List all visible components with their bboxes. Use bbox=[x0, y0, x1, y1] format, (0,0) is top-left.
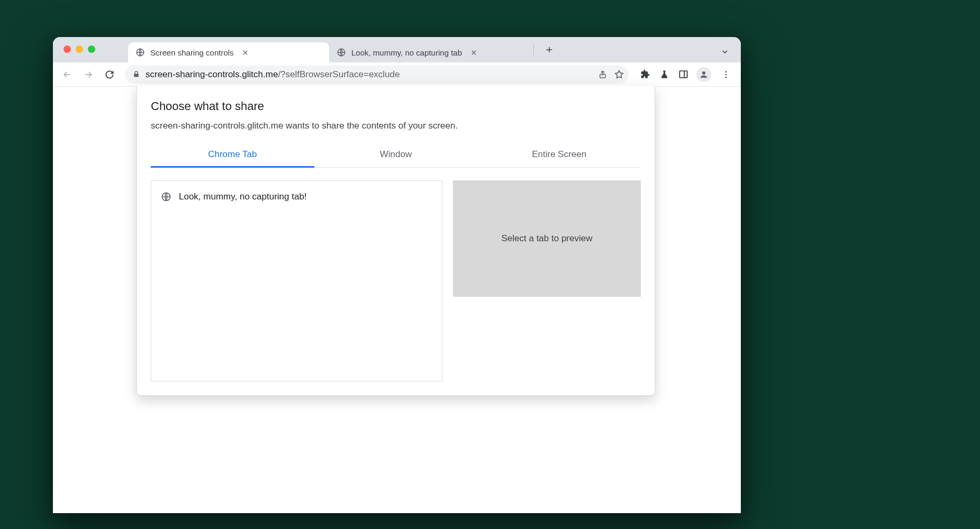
reload-button[interactable] bbox=[101, 66, 119, 84]
shareable-tab-list: Look, mummy, no capturing tab! bbox=[151, 180, 442, 381]
preview-placeholder-text: Select a tab to preview bbox=[502, 233, 593, 244]
tab-strip: Screen sharing controls Look, mummy, no … bbox=[53, 37, 741, 62]
screen-share-dialog: Choose what to share screen-sharing-cont… bbox=[137, 86, 655, 396]
svg-point-7 bbox=[725, 74, 727, 75]
source-tab-entire-screen[interactable]: Entire Screen bbox=[477, 143, 641, 167]
globe-icon bbox=[337, 48, 346, 57]
shareable-tab-title: Look, mummy, no capturing tab! bbox=[179, 191, 307, 202]
profile-avatar[interactable] bbox=[696, 67, 711, 82]
browser-tab-active[interactable]: Screen sharing controls bbox=[128, 42, 329, 62]
tab-title: Look, mummy, no capturing tab bbox=[351, 48, 462, 57]
dialog-subtitle: screen-sharing-controls.glitch.me wants … bbox=[151, 121, 641, 131]
bookmark-star-icon[interactable] bbox=[614, 69, 624, 80]
url-text: screen-sharing-controls.glitch.me/?selfB… bbox=[146, 69, 593, 80]
back-button[interactable] bbox=[58, 66, 76, 84]
svg-rect-2 bbox=[134, 74, 139, 77]
tab-overflow-button[interactable] bbox=[718, 44, 732, 59]
source-tab-chrome-tab[interactable]: Chrome Tab bbox=[151, 143, 314, 167]
page-content: Choose what to share screen-sharing-cont… bbox=[53, 87, 741, 513]
share-icon[interactable] bbox=[598, 70, 607, 79]
new-tab-button[interactable] bbox=[541, 42, 557, 58]
dialog-source-tabs: Chrome Tab Window Entire Screen bbox=[151, 143, 641, 168]
globe-icon bbox=[135, 48, 145, 57]
svg-point-5 bbox=[702, 71, 705, 75]
lock-icon bbox=[132, 70, 140, 78]
close-window-button[interactable] bbox=[63, 45, 71, 53]
svg-point-6 bbox=[725, 71, 727, 72]
maximize-window-button[interactable] bbox=[88, 45, 95, 53]
browser-window: Screen sharing controls Look, mummy, no … bbox=[53, 37, 741, 513]
dialog-body: Look, mummy, no capturing tab! Select a … bbox=[137, 168, 655, 381]
minimize-window-button[interactable] bbox=[76, 45, 83, 53]
tab-close-button[interactable] bbox=[241, 48, 250, 57]
forward-button[interactable] bbox=[79, 66, 97, 84]
url-host: screen-sharing-controls.glitch.me bbox=[146, 69, 278, 79]
labs-flask-icon[interactable] bbox=[658, 69, 670, 80]
svg-point-8 bbox=[725, 76, 727, 78]
extension-icons bbox=[635, 67, 736, 82]
extensions-puzzle-icon[interactable] bbox=[639, 69, 651, 80]
svg-rect-4 bbox=[679, 71, 687, 78]
globe-icon bbox=[161, 191, 171, 202]
tab-title: Screen sharing controls bbox=[150, 48, 234, 57]
toolbar: screen-sharing-controls.glitch.me/?selfB… bbox=[53, 62, 741, 87]
browser-tab[interactable]: Look, mummy, no capturing tab bbox=[329, 42, 530, 62]
tabs-area: Screen sharing controls Look, mummy, no … bbox=[128, 37, 557, 62]
side-panel-icon[interactable] bbox=[677, 69, 689, 80]
tab-separator bbox=[533, 44, 534, 56]
shareable-tab-item[interactable]: Look, mummy, no capturing tab! bbox=[151, 187, 442, 206]
url-path: /?selfBrowserSurface=exclude bbox=[278, 69, 400, 79]
omnibox-actions bbox=[598, 69, 624, 80]
chrome-menu-button[interactable] bbox=[719, 67, 733, 82]
window-controls bbox=[63, 45, 95, 53]
dialog-title: Choose what to share bbox=[151, 99, 641, 113]
source-tab-window[interactable]: Window bbox=[314, 143, 478, 167]
preview-panel: Select a tab to preview bbox=[453, 180, 641, 297]
address-bar[interactable]: screen-sharing-controls.glitch.me/?selfB… bbox=[125, 66, 629, 84]
tab-close-button[interactable] bbox=[469, 48, 478, 57]
